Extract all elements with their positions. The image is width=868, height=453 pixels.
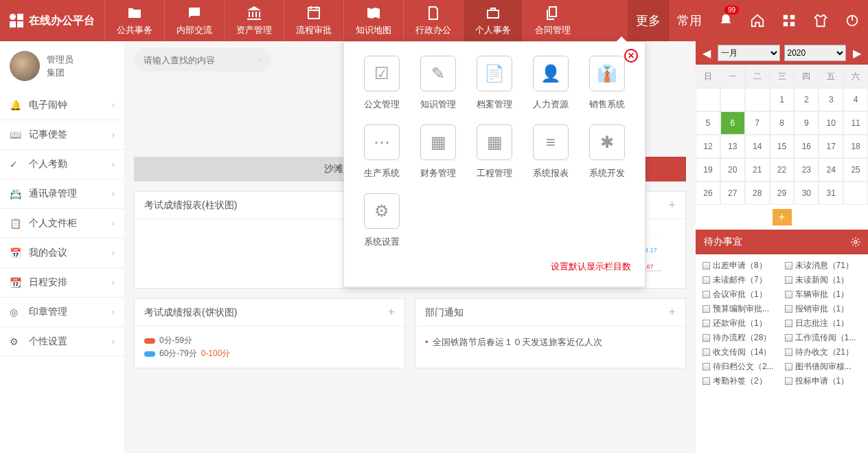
sidebar-item[interactable]: ⚙个性设置› [0,327,124,357]
panel-add-button[interactable]: + [668,198,676,212]
todo-item[interactable]: 未读消息（71） [785,260,862,272]
calendar-day[interactable]: 18 [843,135,868,158]
sidebar-item[interactable]: 📖记事便签› [0,120,124,150]
calendar-day[interactable]: 8 [770,111,795,135]
calendar-day[interactable]: 30 [794,181,819,205]
more-app-item[interactable]: ☑公文管理 [358,56,406,111]
todo-item[interactable]: 考勤补签（2） [703,375,779,387]
calendar-day[interactable]: 16 [794,135,819,158]
todo-item[interactable]: 预算编制审批... [703,303,779,315]
todo-item[interactable]: 待归档公文（2... [703,361,779,373]
calendar-day[interactable] [720,88,745,111]
calendar-day[interactable]: 13 [720,135,745,158]
more-app-item[interactable]: ⚙系统设置 [358,193,406,248]
more-app-item[interactable]: ✱系统开发 [583,124,631,179]
todo-item[interactable]: 日志批注（1） [785,318,862,329]
more-app-item[interactable]: ✎知识管理 [414,56,462,111]
todo-item[interactable]: 工作流传阅（1... [785,332,862,344]
calendar-day[interactable]: 31 [819,181,843,205]
home-button[interactable] [742,0,773,41]
calendar-day[interactable]: 24 [819,158,843,181]
more-app-item[interactable]: 📄档案管理 [470,56,518,111]
theme-button[interactable] [805,0,836,41]
user-block[interactable]: 管理员 集团 [0,41,124,91]
common-button[interactable]: 常用 [669,0,710,41]
todo-item[interactable]: 还款审批（1） [703,318,779,329]
more-settings-link[interactable]: 设置默认显示栏目数 [358,261,631,273]
calendar-day[interactable]: 2 [794,88,819,111]
calendar-day[interactable]: 21 [745,158,770,181]
calendar-day[interactable]: 29 [770,181,795,205]
calendar-day[interactable]: 22 [770,158,795,181]
calendar-day[interactable]: 7 [745,111,770,135]
todo-item[interactable]: 收文传阅（14） [703,346,779,358]
todo-item[interactable]: 报销审批（1） [785,303,862,315]
todo-item[interactable]: 投标申请（1） [785,375,862,387]
calendar-day[interactable]: 11 [843,111,868,135]
nav-admin[interactable]: 行政办公 [403,0,463,41]
sidebar-item[interactable]: 📅我的会议› [0,239,124,268]
nav-knowledge[interactable]: 知识地图 [343,0,403,41]
more-app-item[interactable]: 👤人力资源 [527,56,575,111]
notification-button[interactable]: 99 [710,0,742,41]
search-icon[interactable] [259,54,262,66]
nav-asset-mgmt[interactable]: 资产管理 [224,0,284,41]
app-logo[interactable]: 在线办公平台 [0,0,104,41]
gear-icon[interactable] [850,236,861,247]
todo-item[interactable]: 会议审批（1） [703,289,779,300]
todo-item[interactable]: 待办流程（28） [703,332,779,344]
more-app-item[interactable]: ▦财务管理 [414,124,462,179]
calendar-day[interactable] [745,88,770,111]
calendar-day[interactable]: 19 [696,158,720,181]
cal-prev[interactable]: ◀ [700,47,713,60]
calendar-day[interactable]: 9 [794,111,819,135]
cal-next[interactable]: ▶ [850,47,864,60]
calendar-day[interactable]: 27 [720,181,745,205]
todo-item[interactable]: 车辆审批（1） [785,289,862,300]
sidebar-item[interactable]: 🔔电子闹钟› [0,91,124,120]
sidebar-item[interactable]: ◎印章管理› [0,298,124,327]
nav-internal-comm[interactable]: 内部交流 [164,0,224,41]
calendar-day[interactable]: 12 [696,135,720,158]
todo-item[interactable]: 未读新闻（1） [785,274,862,286]
calendar-day[interactable]: 26 [696,181,720,205]
close-button[interactable]: ✕ [624,49,638,63]
sidebar-item[interactable]: 📇通讯录管理› [0,179,124,209]
sidebar-item[interactable]: 📋个人文件柜› [0,209,124,239]
sidebar-item[interactable]: 📆日程安排› [0,268,124,298]
calendar-day[interactable] [696,88,720,111]
nav-workflow[interactable]: 流程审批 [284,0,343,41]
calendar-day[interactable]: 10 [819,111,843,135]
nav-public-affairs[interactable]: 公共事务 [104,0,164,41]
more-app-item[interactable]: ⋯生产系统 [358,124,406,179]
more-app-item[interactable]: ≡系统报表 [527,124,575,179]
todo-item[interactable]: 未读邮件（7） [703,274,779,286]
todo-item[interactable]: 出差申请（8） [703,260,779,272]
calendar-day[interactable]: 23 [794,158,819,181]
calendar-day[interactable]: 5 [696,111,720,135]
calendar-day[interactable]: 17 [819,135,843,158]
calendar-day[interactable]: 14 [745,135,770,158]
calendar-day[interactable] [843,181,868,205]
calendar-day[interactable]: 3 [819,88,843,111]
calendar-day[interactable]: 25 [843,158,868,181]
panel-add-button[interactable]: + [387,305,395,320]
notice-item[interactable]: 全国铁路节后春运１０天发送旅客近亿人次 [425,333,676,351]
more-app-item[interactable]: 👔销售系统 [583,56,631,111]
more-app-item[interactable]: ▦工程管理 [470,124,518,179]
todo-item[interactable]: 图书借阅审核... [785,361,862,373]
year-select[interactable]: 2020 [784,45,847,61]
calendar-day[interactable]: 28 [745,181,770,205]
calendar-day[interactable]: 20 [720,158,745,181]
more-button[interactable]: 更多 [628,0,669,41]
sidebar-item[interactable]: ✓个人考勤› [0,150,124,179]
power-button[interactable] [836,0,868,41]
panel-add-button[interactable]: + [668,305,676,320]
calendar-add-button[interactable]: + [773,209,792,225]
search-input[interactable] [144,55,259,65]
nav-contract[interactable]: 合同管理 [523,0,582,41]
apps-button[interactable] [773,0,805,41]
calendar-day[interactable]: 15 [770,135,795,158]
month-select[interactable]: 一月 [718,45,780,61]
calendar-day[interactable]: 6 [720,111,745,135]
